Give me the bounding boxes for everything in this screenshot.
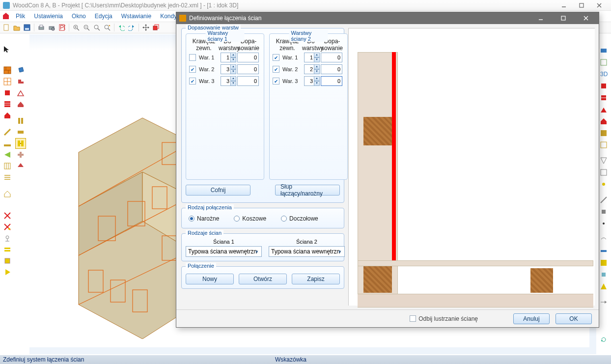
tool-tree-icon[interactable] <box>2 233 13 244</box>
menu-okno[interactable]: Okno <box>68 12 90 21</box>
wall2-row3-fit-input[interactable] <box>321 76 342 86</box>
rtool-refresh-icon[interactable] <box>598 334 609 345</box>
wall2-row2-to-input[interactable] <box>304 64 314 74</box>
tool-play-icon[interactable] <box>2 267 13 278</box>
rtool-2-icon[interactable] <box>598 57 609 68</box>
perspective-icon[interactable] <box>152 23 161 32</box>
save-button[interactable]: Zapisz <box>292 274 340 284</box>
rtool-18-icon[interactable] <box>598 257 609 268</box>
rtool-9-icon[interactable] <box>598 140 609 150</box>
tool-arrow-up-icon[interactable] <box>15 161 26 171</box>
zoom-fit-icon[interactable] <box>92 23 101 32</box>
ok-button[interactable]: OK <box>555 313 592 324</box>
tool-cube-icon[interactable] <box>2 255 13 266</box>
redo-icon[interactable] <box>127 23 136 32</box>
rtool-14-icon[interactable] <box>598 206 609 217</box>
new-icon[interactable] <box>2 23 11 32</box>
tool-redblock-icon[interactable] <box>2 87 13 98</box>
wall1-row2-checkbox[interactable] <box>189 66 196 73</box>
zoom-in-icon[interactable] <box>72 23 81 32</box>
main-minimize-button[interactable] <box>555 0 573 11</box>
tool-wood2-icon[interactable] <box>15 127 26 138</box>
dialog-minimize-button[interactable] <box>531 12 551 24</box>
wall1-row1-checkbox[interactable] <box>189 54 196 61</box>
tool-roof-icon[interactable] <box>15 87 26 98</box>
mirror-checkbox[interactable]: Odbij lustrzanie ścianę <box>410 315 478 322</box>
tool-hatch-icon[interactable] <box>2 99 13 110</box>
wall1-row2-fit-input[interactable] <box>237 64 259 74</box>
rtool-11-icon[interactable] <box>598 167 609 178</box>
tool-connection-icon[interactable] <box>15 138 26 149</box>
wall2-row3-to-spinner[interactable]: ▲▼ <box>304 76 320 86</box>
rtool-17-icon[interactable] <box>598 246 609 256</box>
tool-arrow-left-icon[interactable] <box>2 149 13 160</box>
tool-conn2-icon[interactable] <box>15 149 26 160</box>
rtool-3d-icon[interactable]: 3D <box>598 69 609 80</box>
wall2-row3-to-input[interactable] <box>304 76 314 86</box>
zoom-out-icon[interactable] <box>82 23 91 32</box>
tool-delete2-icon[interactable] <box>2 222 13 232</box>
rtool-4-icon[interactable] <box>598 81 609 91</box>
cursor-tool[interactable] <box>3 45 11 55</box>
open-button[interactable]: Otwórz <box>239 274 287 284</box>
wall2-row3-checkbox[interactable] <box>273 78 279 84</box>
tool-roof2-icon[interactable] <box>15 99 26 110</box>
tool-wall-icon[interactable] <box>2 65 13 76</box>
undo-icon[interactable] <box>117 23 126 32</box>
tool-grid-icon[interactable] <box>2 161 13 171</box>
radio-butt[interactable]: Doczołowe <box>281 215 318 222</box>
rtool-16-icon[interactable] <box>598 234 609 245</box>
menu-ustawienia[interactable]: Ustawienia <box>30 12 67 21</box>
wall2-row1-to-spinner[interactable]: ▲▼ <box>304 53 320 62</box>
cancel-button[interactable]: Anuluj <box>513 313 550 324</box>
move-icon[interactable] <box>141 23 150 32</box>
rtool-6-icon[interactable] <box>598 104 609 115</box>
print-icon[interactable] <box>37 23 46 32</box>
dialog-close-button[interactable] <box>576 12 596 24</box>
tool-shape-icon[interactable] <box>15 76 26 87</box>
tool-pencil-icon[interactable] <box>2 127 13 138</box>
wall1-row3-fit-input[interactable] <box>237 76 259 86</box>
wall1-row3-to-input[interactable] <box>221 76 230 86</box>
rtool-8-icon[interactable] <box>598 128 609 139</box>
wall2-row1-checkbox[interactable] <box>273 54 279 61</box>
tool-layers-icon[interactable] <box>2 244 13 255</box>
wall2-row2-fit-input[interactable] <box>321 64 342 74</box>
wall1-row2-to-spinner[interactable]: ▲▼ <box>221 64 236 74</box>
wall1-row1-to-spinner[interactable]: ▲▼ <box>221 53 236 62</box>
menu-plik[interactable]: Plik <box>12 12 29 21</box>
wall1-row1-fit-input[interactable] <box>237 53 259 62</box>
main-close-button[interactable] <box>590 0 608 11</box>
tool-stripes-icon[interactable] <box>2 172 13 183</box>
rtool-7-icon[interactable] <box>598 116 609 127</box>
wall2-row1-fit-input[interactable] <box>321 53 342 62</box>
open-icon[interactable] <box>12 23 21 32</box>
rtool-13-icon[interactable] <box>598 195 609 205</box>
menu-wstawianie[interactable]: Wstawianie <box>117 12 155 21</box>
rtool-21-icon[interactable] <box>598 297 609 308</box>
menu-edycja[interactable]: Edycja <box>91 12 116 21</box>
wall1-type-select[interactable]: Typowa ściana wewnętrzn <box>186 246 262 257</box>
wall2-row2-checkbox[interactable] <box>273 66 279 73</box>
pdf-icon[interactable]: PDF <box>57 23 66 32</box>
tool-window-icon[interactable] <box>2 76 13 87</box>
rtool-10-icon[interactable] <box>598 155 609 166</box>
wall1-row3-checkbox[interactable] <box>189 78 196 84</box>
undo-button[interactable]: Cofnij <box>186 185 250 196</box>
print-preview-icon[interactable] <box>47 23 56 32</box>
tool-wood-icon[interactable] <box>15 115 26 126</box>
dialog-maximize-button[interactable] <box>554 12 573 24</box>
rtool-12-icon[interactable] <box>598 179 609 190</box>
rtool-5-icon[interactable] <box>598 92 609 103</box>
wall2-row1-to-input[interactable] <box>304 53 314 62</box>
tool-house-icon[interactable] <box>2 110 13 121</box>
main-maximize-button[interactable] <box>573 0 590 11</box>
rtool-19-icon[interactable] <box>598 269 609 280</box>
tool-house2-icon[interactable] <box>2 189 13 199</box>
tool-delete-icon[interactable] <box>2 210 13 221</box>
save-icon[interactable] <box>23 23 31 32</box>
tool-box3d-icon[interactable] <box>15 65 26 76</box>
zoom-select-icon[interactable] <box>103 23 111 32</box>
radio-basket[interactable]: Koszowe <box>234 215 266 222</box>
corner-post-button[interactable]: Słup łączący/narożny <box>275 185 340 196</box>
